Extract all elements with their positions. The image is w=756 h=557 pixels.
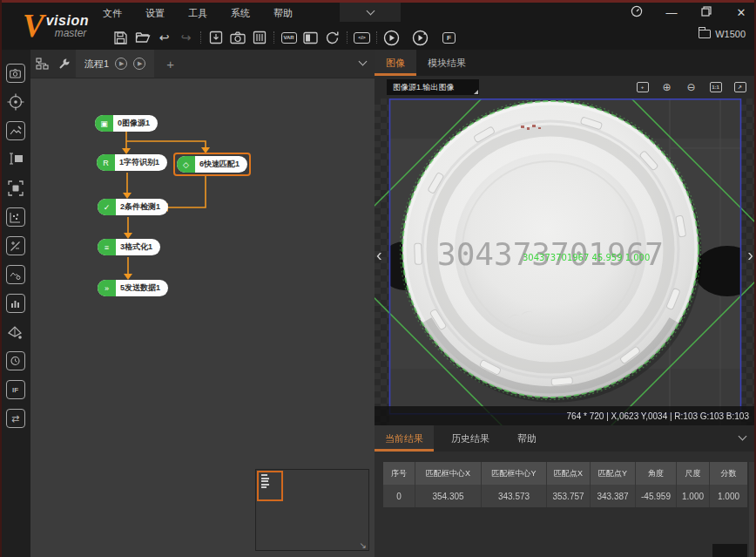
image-status-bar: 764 * 720 | X,0623 Y,0034 | R:103 G:103 …	[375, 406, 756, 425]
col-match-point-y[interactable]: 匹配点Y	[591, 462, 636, 485]
main-toolbar: ↩ ↪ VAR </>	[110, 26, 460, 49]
contrast-icon[interactable]	[300, 29, 321, 46]
flow-list-icon[interactable]	[30, 58, 53, 70]
result-table-header: 序号 匹配框中心X 匹配框中心Y 匹配点X 匹配点Y 角度 尺度 分数	[383, 462, 747, 485]
image-viewport[interactable]: 304373701967 ⌒⌒ 304373701967 45.959 1.00…	[375, 98, 756, 425]
zoom-out-icon[interactable]: ⊖	[684, 79, 699, 94]
menu-settings[interactable]: 设置	[145, 7, 165, 23]
minimap-resize-icon[interactable]: ↘	[360, 540, 367, 550]
actual-size-icon[interactable]: 1:1	[708, 79, 723, 94]
tab-current-result[interactable]: 当前结果	[375, 425, 434, 452]
node-condition-check[interactable]: ✓ 2条件检测1	[98, 199, 168, 215]
menu-tools[interactable]: 工具	[188, 7, 207, 23]
svg-text:304373701967 45.959 1.000: 304373701967 45.959 1.000	[523, 253, 650, 262]
tab-help[interactable]: 帮助	[507, 425, 547, 452]
logic-if-tool-icon[interactable]: IF	[6, 380, 25, 399]
condition-check-icon: ✓	[98, 199, 116, 215]
save-icon[interactable]	[110, 29, 132, 46]
prev-image-arrow[interactable]: ‹	[376, 245, 382, 265]
save-project-icon[interactable]	[205, 29, 226, 46]
tab-module-result[interactable]: 模块结果	[416, 50, 477, 76]
titlebar-collapse-button[interactable]	[340, 3, 401, 22]
table-scroll-corner	[712, 544, 747, 557]
restore-button[interactable]	[700, 6, 712, 19]
focus-tool-icon[interactable]	[6, 179, 25, 198]
minimap-viewport[interactable]	[257, 471, 283, 501]
node-image-source[interactable]: ▣ 0图像源1	[95, 115, 158, 132]
scatter-tool-icon[interactable]	[6, 207, 25, 227]
inspection-image: 304373701967 ⌒⌒ 304373701967 45.959 1.00…	[375, 98, 756, 425]
menu-file[interactable]: 文件	[103, 7, 122, 23]
camera-icon[interactable]	[226, 29, 248, 46]
image-settings-tool-icon[interactable]	[6, 265, 25, 284]
image-source-dropdown[interactable]: 图像源1.输出图像	[387, 79, 479, 95]
window-edge	[0, 0, 756, 3]
col-scale[interactable]: 尺度	[677, 462, 710, 485]
undo-icon[interactable]: ↩	[153, 29, 175, 46]
col-score[interactable]: 分数	[710, 462, 747, 485]
node-char-recognition[interactable]: R 1字符识别1	[97, 154, 167, 171]
flow-header-chevron-icon[interactable]	[359, 58, 368, 66]
variable-icon[interactable]: VAR	[278, 29, 300, 46]
open-icon[interactable]	[132, 29, 153, 46]
node-send-data[interactable]: » 5发送数据1	[98, 280, 168, 296]
add-flow-button[interactable]: +	[166, 57, 174, 71]
menu-help[interactable]: 帮助	[273, 7, 293, 23]
flow-tab[interactable]: 流程1 ▶ ▶	[76, 50, 154, 78]
logo-vision: vision	[46, 15, 89, 27]
flow-canvas[interactable]: ▣ 0图像源1 R 1字符识别1 ◇ 6快速匹配1 ✓ 2条件检测1 ≡ 3格式…	[30, 78, 375, 557]
module-list-icon[interactable]	[248, 29, 270, 46]
text-recognition-tool-icon[interactable]	[6, 150, 25, 169]
col-index[interactable]: 序号	[383, 462, 415, 485]
snapshot-tool-icon[interactable]	[6, 351, 25, 370]
col-angle[interactable]: 角度	[636, 462, 677, 485]
camera-tool-icon[interactable]	[6, 64, 25, 83]
flow-header: 流程1 ▶ ▶ +	[30, 50, 375, 78]
wrench-icon[interactable]	[53, 58, 76, 70]
col-match-center-y[interactable]: 匹配框中心Y	[482, 462, 547, 485]
tab-history-result[interactable]: 历史结果	[441, 425, 500, 452]
flow-panel: 流程1 ▶ ▶ + ▣	[30, 50, 375, 557]
format-node-icon: ≡	[98, 239, 116, 255]
zoom-in-icon[interactable]: ⊕	[659, 79, 674, 94]
flow-tab-label: 流程1	[84, 58, 109, 71]
locate-tool-icon[interactable]	[6, 92, 25, 112]
performance-icon[interactable]	[631, 5, 643, 20]
redo-icon[interactable]: ↪	[175, 29, 197, 46]
run-global-icon[interactable]	[321, 29, 343, 46]
node-fast-match[interactable]: ◇ 6快速匹配1	[177, 156, 247, 173]
menu-system[interactable]: 系统	[231, 7, 250, 23]
histogram-tool-icon[interactable]	[6, 294, 25, 313]
logo-v-icon: V	[23, 10, 44, 42]
result-table-row[interactable]: 0 354.305 343.573 353.757 343.387 -45.95…	[383, 485, 747, 507]
menubar: 文件 设置 工具 系统 帮助	[103, 7, 293, 23]
flow-minimap[interactable]: ↘	[255, 469, 369, 551]
workspace-label: W1500	[715, 29, 746, 39]
communication-tool-icon[interactable]: ⇄	[6, 409, 25, 428]
measure-tool-icon[interactable]	[6, 236, 25, 255]
tab-image[interactable]: 图像	[375, 50, 416, 76]
node-format[interactable]: ≡ 3格式化1	[98, 239, 160, 255]
col-match-point-x[interactable]: 匹配点X	[547, 462, 591, 485]
image-edit-tool-icon[interactable]	[6, 121, 25, 140]
fit-window-icon[interactable]: ↗	[732, 79, 747, 94]
workspace-badge[interactable]: W1500	[699, 29, 746, 39]
next-image-arrow[interactable]: ›	[747, 245, 753, 265]
fast-match-icon: ◇	[177, 156, 195, 173]
image-status-text: 764 * 720 | X,0623 Y,0034 | R:103 G:103 …	[567, 411, 749, 421]
minimize-button[interactable]: —	[665, 6, 678, 19]
flow-run-once-icon[interactable]: ▶	[115, 58, 127, 70]
script-icon[interactable]: </>	[351, 29, 373, 46]
flow-run-loop-icon[interactable]: ▶	[133, 58, 145, 70]
pan-icon[interactable]: +	[635, 79, 650, 94]
calibration-tool-icon[interactable]	[6, 323, 25, 342]
run-continuous-icon[interactable]	[409, 29, 431, 46]
format-icon[interactable]: F	[438, 29, 460, 46]
char-recognition-icon: R	[97, 154, 115, 171]
col-match-center-x[interactable]: 匹配框中心X	[415, 462, 482, 485]
run-once-icon[interactable]	[381, 29, 402, 46]
view-tools: + ⊕ ⊖ 1:1 ↗	[635, 79, 747, 94]
tool-sidebar: IF ⇄	[0, 50, 30, 557]
close-button[interactable]: ✕	[735, 6, 747, 19]
visionmaster-window: V vision master 文件 设置 工具 系统 帮助 — ✕	[0, 0, 756, 557]
